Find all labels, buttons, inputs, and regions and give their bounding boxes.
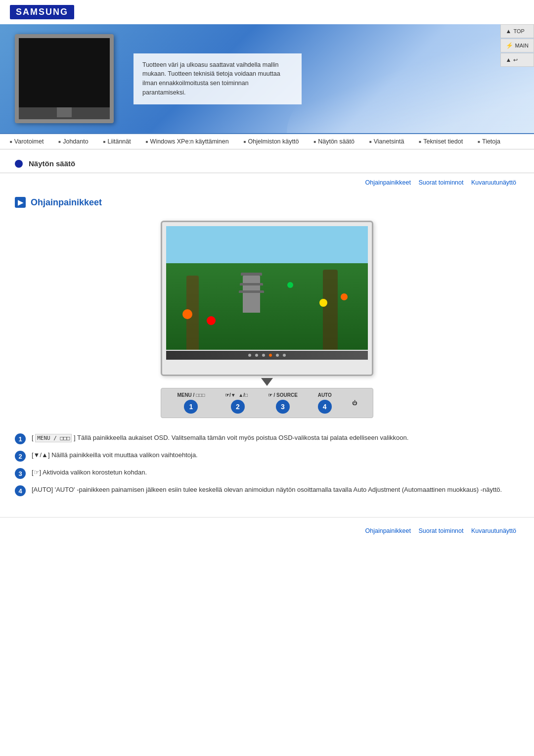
footer-nav-ohjain[interactable]: Ohjainpainikkeet	[365, 527, 411, 534]
section-icon: ▶	[15, 197, 26, 208]
control-number-2: 2	[231, 400, 245, 414]
osd-dot-6	[283, 354, 286, 357]
sub-nav-suorat[interactable]: Suorat toiminnot	[418, 179, 463, 186]
desc-text-3: [☞] Aktivoida valikon korostetun kohdan.	[32, 468, 147, 477]
desc-item-3: 3 [☞] Aktivoida valikon korostetun kohda…	[15, 468, 519, 479]
hero-monitor-stand	[57, 107, 72, 117]
control-number-group-2: 2	[228, 400, 245, 414]
sub-nav-kuva[interactable]: Kuvaruutunäyttö	[471, 179, 516, 186]
nav-nayton-saato[interactable]: Näytön säätö	[313, 138, 355, 145]
desc-code-menu: MENU / □□□	[35, 434, 72, 442]
sub-nav-ohjain[interactable]: Ohjainpainikkeet	[365, 179, 411, 186]
control-number-1: 1	[184, 400, 198, 414]
tree-trunk-2	[323, 270, 338, 350]
control-group-4: AUTO 4	[318, 392, 332, 414]
arrow-down-icon	[261, 378, 273, 386]
nav-vianetsinta[interactable]: Vianetsintä	[369, 138, 404, 145]
desc-num-1: 1	[15, 433, 26, 444]
monitor-arrow-down	[161, 378, 373, 386]
monitor-screen	[166, 226, 368, 350]
osd-dot-5	[276, 354, 279, 357]
control-label-4: AUTO	[318, 392, 332, 398]
nav-johdanto[interactable]: Johdanto	[58, 138, 88, 145]
page-title-icon	[15, 160, 23, 168]
top-button-label: TOP	[513, 28, 524, 34]
desc-num-3: 3	[15, 468, 26, 479]
monitor-container: MENU / □□□ 1 ☞/▼ ▲/□ 2 ☞ / SOURCE 3 AUTO…	[161, 221, 373, 418]
control-label-1: MENU / □□□	[177, 392, 205, 398]
prev-button[interactable]: ▲ ↩	[500, 53, 534, 67]
page-title-section: Näytön säätö	[0, 149, 534, 173]
garden-pagoda	[243, 276, 260, 313]
main-button-label: MAIN	[515, 43, 529, 48]
hero-text-box: Tuotteen väri ja ulkoasu saattavat vaihd…	[134, 53, 302, 104]
desc-num-4: 4	[15, 485, 26, 496]
nav-tekniset[interactable]: Tekniset tiedot	[419, 138, 463, 145]
footer-sub-nav: Ohjainpainikkeet Suorat toiminnot Kuvaru…	[0, 517, 534, 549]
control-group-2: ☞/▼ ▲/□ 2	[225, 392, 248, 414]
flower-red	[207, 316, 216, 325]
nav-varotoimet[interactable]: Varotoimet	[10, 138, 44, 145]
osd-dot-2	[255, 354, 258, 357]
hero-banner: Tuotteen väri ja ulkoasu saattavat vaihd…	[0, 24, 534, 133]
monitor-frame	[161, 221, 373, 376]
footer-nav-kuva[interactable]: Kuvaruutunäyttö	[471, 527, 516, 534]
control-group-power: ⏻	[352, 400, 357, 406]
top-nav-buttons: ▲ TOP ⚡ MAIN ▲ ↩	[500, 24, 534, 67]
prev-button-label: ↩	[513, 57, 518, 63]
hero-wave	[287, 34, 534, 133]
control-label-2: ☞/▼ ▲/□	[225, 392, 248, 398]
desc-text-4: [AUTO] 'AUTO' -painikkeen painamisen jäl…	[32, 485, 502, 495]
hero-monitor	[15, 34, 114, 123]
samsung-logo: SAMSUNG	[10, 5, 74, 19]
page-title: Näytön säätö	[29, 159, 75, 168]
osd-dot-4	[269, 354, 272, 357]
desc-item-4: 4 [AUTO] 'AUTO' -painikkeen painamisen j…	[15, 485, 519, 496]
nav-menu: Varotoimet Johdanto Liitännät Windows XP…	[0, 133, 534, 149]
top-arrow-icon: ▲	[506, 28, 512, 35]
main-icon: ⚡	[506, 42, 513, 49]
hero-monitor-screen	[19, 38, 110, 107]
header: SAMSUNG	[0, 0, 534, 24]
nav-liitannat[interactable]: Liitännät	[103, 138, 131, 145]
nav-tietoja[interactable]: Tietoja	[478, 138, 500, 145]
control-label-3: ☞ / SOURCE	[268, 392, 298, 398]
control-number-3: 3	[276, 400, 290, 414]
flower-orange	[182, 309, 192, 319]
monitor-diagram: MENU / □□□ 1 ☞/▼ ▲/□ 2 ☞ / SOURCE 3 AUTO…	[0, 216, 534, 428]
control-group-3: ☞ / SOURCE 3	[268, 392, 298, 414]
flower-yellow	[319, 299, 327, 307]
control-number-4: 4	[318, 400, 332, 414]
desc-text-2: [▼/▲] Näillä painikkeilla voit muuttaa v…	[32, 450, 198, 460]
footer-nav-suorat[interactable]: Suorat toiminnot	[418, 527, 463, 534]
main-button[interactable]: ⚡ MAIN	[500, 39, 534, 52]
desc-text-1: [ MENU / □□□ ] Tällä painikkeella aukais…	[32, 433, 408, 443]
osd-dot-3	[262, 354, 265, 357]
monitor-controls-bar: MENU / □□□ 1 ☞/▼ ▲/□ 2 ☞ / SOURCE 3 AUTO…	[161, 388, 373, 418]
section-heading: ▶ Ohjainpainikkeet	[0, 192, 534, 216]
top-button[interactable]: ▲ TOP	[500, 24, 534, 38]
osd-dot-1	[248, 354, 251, 357]
desc-item-1: 1 [ MENU / □□□ ] Tällä painikkeella auka…	[15, 433, 519, 444]
control-label-power: ⏻	[352, 400, 357, 406]
desc-num-2: 2	[15, 451, 26, 462]
prev-icon: ▲	[506, 56, 512, 63]
nav-ohjelmisto[interactable]: Ohjelmiston käyttö	[244, 138, 299, 145]
flower-green	[287, 282, 293, 288]
nav-windows[interactable]: Windows XPe:n käyttäminen	[146, 138, 229, 145]
desc-item-2: 2 [▼/▲] Näillä painikkeilla voit muuttaa…	[15, 450, 519, 462]
monitor-osd-bar	[166, 351, 368, 360]
control-group-1: MENU / □□□ 1	[177, 392, 205, 414]
descriptions: 1 [ MENU / □□□ ] Tällä painikkeella auka…	[0, 428, 534, 512]
section-heading-text: Ohjainpainikkeet	[31, 197, 102, 208]
sub-nav-top: Ohjainpainikkeet Suorat toiminnot Kuvaru…	[0, 173, 534, 192]
